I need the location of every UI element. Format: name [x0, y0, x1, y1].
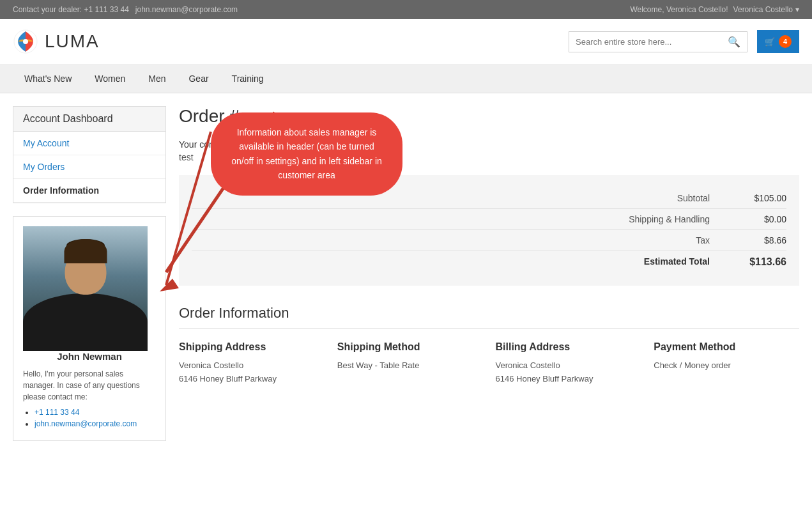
grand-total-label: Estimated Total — [595, 256, 723, 268]
logo-text: LUMA — [45, 31, 100, 52]
account-name: Veronica Costello — [733, 5, 793, 14]
sidebar-account-dashboard[interactable]: Account Dashboard — [13, 107, 165, 132]
shipping-address-name: Veronica Costello — [179, 359, 325, 373]
header-right: 🔍 🛒 4 — [569, 30, 799, 53]
shipping-label: Shipping & Handling — [595, 214, 723, 224]
contact-info: Contact your dealer: +1 111 33 44 john.n… — [13, 5, 238, 14]
shipping-value: $0.00 — [723, 214, 786, 224]
contact-phone[interactable]: +1 111 33 44 — [84, 5, 128, 14]
payment-method-value: Check / Money order — [654, 359, 799, 373]
billing-address-name: Veronica Costello — [496, 359, 641, 373]
shipping-row: Shipping & Handling $0.00 — [192, 209, 786, 230]
payment-method-block: Payment Method Check / Money order — [654, 341, 799, 386]
cart-icon: 🛒 — [765, 37, 775, 47]
cart-badge: 4 — [779, 35, 792, 48]
nav-women[interactable]: Women — [83, 65, 137, 93]
main-nav: What's New Women Men Gear Training — [0, 65, 812, 93]
contact-email[interactable]: john.newman@corporate.com — [135, 5, 238, 14]
manager-phone-link[interactable]: +1 111 33 44 — [34, 408, 79, 417]
sidebar-order-information[interactable]: Order Information — [13, 179, 165, 203]
grand-total-value: $113.66 — [723, 256, 786, 268]
manager-contacts: +1 111 33 44 john.newman@corporate.com — [23, 408, 156, 428]
manager-name: John Newman — [23, 351, 156, 362]
sales-manager-card: John Newman Hello, I'm your personal sal… — [13, 216, 166, 441]
nav-men[interactable]: Men — [137, 65, 177, 93]
sidebar-my-account[interactable]: My Account — [13, 132, 165, 155]
search-input[interactable] — [576, 37, 728, 47]
billing-address-street: 6146 Honey Bluff Parkway — [496, 373, 641, 386]
subtotal-row: Subtotal $105.00 — [192, 188, 786, 209]
grand-total-row: Estimated Total $113.66 — [192, 251, 786, 273]
manager-email-link[interactable]: john.newman@corporate.com — [34, 419, 137, 428]
shipping-method-title: Shipping Method — [337, 341, 483, 353]
manager-photo — [23, 226, 148, 351]
order-comment-section: Your comment: test — [179, 139, 799, 162]
order-info-title: Order Information — [179, 305, 799, 329]
welcome-text: Welcome, Veronica Costello! — [630, 5, 728, 14]
shipping-address-title: Shipping Address — [179, 341, 325, 353]
cart-button[interactable]: 🛒 4 — [757, 30, 799, 53]
subtotal-label: Subtotal — [595, 193, 723, 203]
totals-table: Subtotal $105.00 Shipping & Handling $0.… — [179, 175, 799, 286]
comment-label: Your comment: — [179, 139, 239, 150]
page-container: Information about sales manager is avail… — [0, 93, 812, 454]
logo-link[interactable]: LUMA — [13, 29, 100, 54]
search-icon[interactable]: 🔍 — [728, 36, 740, 48]
payment-method-title: Payment Method — [654, 341, 799, 353]
tax-label: Tax — [595, 235, 723, 245]
main-content: Order # Your comment: test Subtotal $105… — [179, 106, 799, 441]
billing-address-title: Billing Address — [496, 341, 641, 353]
nav-gear[interactable]: Gear — [177, 65, 220, 93]
sidebar: Account Dashboard My Account My Orders O… — [13, 106, 166, 441]
comment-value: test — [179, 152, 799, 162]
dropdown-icon: ▾ — [795, 5, 799, 14]
nav-whats-new[interactable]: What's New — [13, 65, 83, 93]
sidebar-menu: Account Dashboard My Account My Orders O… — [13, 106, 166, 203]
billing-address-block: Billing Address Veronica Costello 6146 H… — [496, 341, 641, 386]
header: LUMA 🔍 🛒 4 — [0, 19, 812, 65]
shipping-method-value: Best Way - Table Rate — [337, 359, 483, 373]
top-bar: Contact your dealer: +1 111 33 44 john.n… — [0, 0, 812, 19]
order-title: Order # — [179, 106, 799, 127]
order-info-grid: Shipping Address Veronica Costello 6146 … — [179, 341, 799, 386]
tax-value: $8.66 — [723, 235, 786, 245]
search-box[interactable]: 🔍 — [569, 31, 747, 52]
order-title-text: Order # — [179, 106, 240, 126]
subtotal-value: $105.00 — [723, 193, 786, 203]
logo-icon — [13, 29, 38, 54]
sidebar-my-orders[interactable]: My Orders — [13, 155, 165, 179]
contact-label: Contact your dealer: — [13, 5, 82, 14]
shipping-address-block: Shipping Address Veronica Costello 6146 … — [179, 341, 325, 386]
welcome-section: Welcome, Veronica Costello! Veronica Cos… — [630, 5, 799, 14]
shipping-method-block: Shipping Method Best Way - Table Rate — [337, 341, 483, 386]
tax-row: Tax $8.66 — [192, 230, 786, 251]
account-link[interactable]: Veronica Costello ▾ — [733, 5, 799, 14]
svg-point-1 — [23, 39, 28, 44]
nav-training[interactable]: Training — [220, 65, 275, 93]
shipping-address-street: 6146 Honey Bluff Parkway — [179, 373, 325, 386]
manager-intro: Hello, I'm your personal sales manager. … — [23, 368, 156, 403]
